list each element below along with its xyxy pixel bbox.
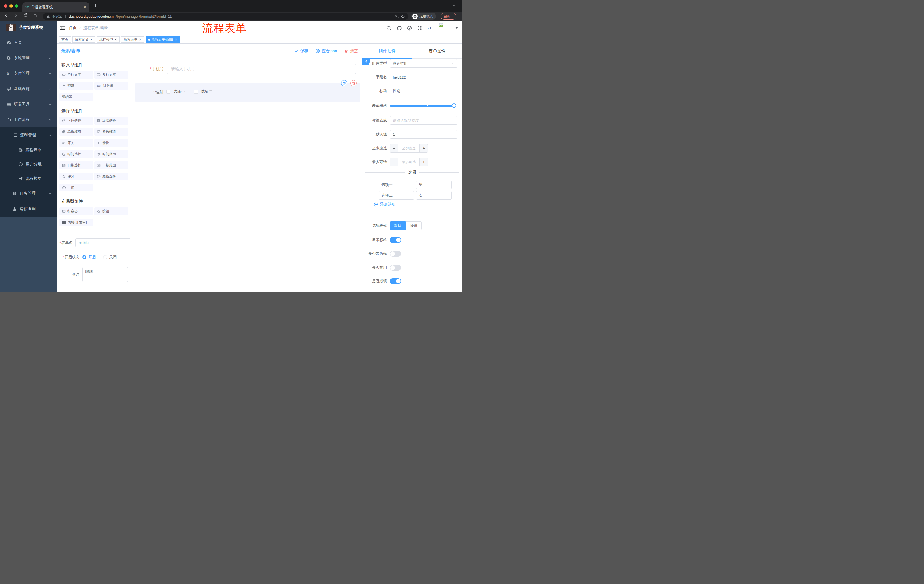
min-select-value[interactable]: 至少应选 xyxy=(398,144,419,152)
update-browser-button[interactable]: 更新 xyxy=(441,13,456,20)
default-value-input[interactable] xyxy=(390,130,457,138)
checkbox-icon[interactable] xyxy=(167,90,170,94)
style-option-按钮[interactable]: 按钮 xyxy=(406,221,422,230)
option-value-input[interactable] xyxy=(416,191,452,200)
sidebar-item-工作流程[interactable]: 工作流程 xyxy=(0,112,57,127)
option-value-input[interactable] xyxy=(416,181,452,189)
sidebar-item-流程管理[interactable]: 流程管理 xyxy=(0,127,57,143)
component-item-密码[interactable]: 密码 xyxy=(59,82,93,90)
component-item-表格[开发中][interactable]: 表格[开发中] xyxy=(59,219,93,226)
minimize-window-button[interactable] xyxy=(10,4,13,8)
sidebar-item-研发工具[interactable]: 研发工具 xyxy=(0,97,57,112)
home-button[interactable] xyxy=(33,13,38,17)
component-item-颜色选择[interactable]: 颜色选择 xyxy=(94,173,128,180)
breadcrumb-home[interactable]: 首页 xyxy=(69,25,77,31)
option-label-input[interactable] xyxy=(378,191,414,200)
sidebar-item-请假查询[interactable]: 请假查询 xyxy=(0,201,57,217)
component-item-单选框组[interactable]: 单选框组 xyxy=(59,128,93,136)
sidebar-item-用户分组[interactable]: 用户分组 xyxy=(0,157,57,171)
collapse-sidebar-icon[interactable] xyxy=(60,26,65,30)
toggle-switch[interactable] xyxy=(390,278,401,284)
tag-流程模型[interactable]: 流程模型 ✕ xyxy=(97,36,119,43)
component-item-多选框组[interactable]: 多选框组 xyxy=(94,128,128,136)
component-item-开关[interactable]: 开关 xyxy=(59,139,93,147)
forward-button[interactable] xyxy=(14,13,18,17)
not-secure-icon[interactable] xyxy=(46,15,50,18)
status-closed-radio[interactable]: 关闭 xyxy=(103,255,117,260)
delete-field-button[interactable] xyxy=(350,80,356,86)
github-icon[interactable] xyxy=(397,26,402,31)
component-item-单行文本[interactable]: 单行文本 xyxy=(59,71,93,79)
phone-field[interactable]: *手机号 xyxy=(130,64,362,74)
increment-button[interactable]: + xyxy=(419,144,428,152)
max-select-value[interactable]: 最多可选 xyxy=(398,158,419,166)
component-item-下拉选择[interactable]: 下拉选择 xyxy=(59,117,93,125)
toggle-switch[interactable] xyxy=(390,265,401,271)
tag-流程定义[interactable]: 流程定义 ✕ xyxy=(72,36,95,43)
form-remark-textarea[interactable]: 嘿嘿 xyxy=(82,267,128,282)
component-item-级联选择[interactable]: 级联选择 xyxy=(94,117,128,125)
back-button[interactable] xyxy=(4,13,8,17)
sidebar-item-支付管理[interactable]: ¥ 支付管理 xyxy=(0,66,57,81)
component-item-时间范围[interactable]: 时间范围 xyxy=(94,150,128,158)
password-manager-icon[interactable] xyxy=(395,15,399,18)
checkbox-icon[interactable] xyxy=(194,90,198,94)
sidebar-item-基础设施[interactable]: 基础设施 xyxy=(0,81,57,97)
tag-close-icon[interactable]: ✕ xyxy=(90,38,92,41)
toggle-switch[interactable] xyxy=(390,237,401,243)
search-icon[interactable] xyxy=(386,26,391,31)
avatar[interactable] xyxy=(438,22,450,34)
decrement-button[interactable]: − xyxy=(390,144,398,152)
browser-tab[interactable]: 芋道管理系统 ✕ xyxy=(22,2,89,12)
component-item-日期范围[interactable]: 日期范围 xyxy=(94,161,128,169)
decrement-button[interactable]: − xyxy=(390,158,398,166)
tab-search-icon[interactable] xyxy=(452,4,456,7)
close-window-button[interactable] xyxy=(4,4,7,8)
view-json-button[interactable]: 查看json xyxy=(316,49,337,54)
component-item-按钮[interactable]: 按钮 xyxy=(94,207,128,215)
tag-流程表单[interactable]: 流程表单 ✕ xyxy=(121,36,144,43)
component-item-行容器[interactable]: 行容器 xyxy=(59,207,93,215)
sidebar-item-首页[interactable]: 首页 xyxy=(0,35,57,50)
sidebar-item-流程模型[interactable]: 流程模型 xyxy=(0,171,57,186)
style-option-默认[interactable]: 默认 xyxy=(390,221,406,230)
component-item-上传[interactable]: 上传 xyxy=(59,184,93,191)
component-item-时间选择[interactable]: 时间选择 xyxy=(59,150,93,158)
add-option-button[interactable]: 添加选项 xyxy=(374,202,395,207)
grid-slider[interactable] xyxy=(390,105,454,107)
clear-button[interactable]: 清空 xyxy=(345,49,358,54)
increment-button[interactable]: + xyxy=(419,158,428,166)
data-binding-tab[interactable] xyxy=(362,58,370,66)
status-open-radio[interactable]: 开启 xyxy=(82,255,96,260)
bookmark-star-icon[interactable] xyxy=(401,15,405,18)
fullscreen-icon[interactable] xyxy=(417,26,422,30)
tag-close-icon[interactable]: ✕ xyxy=(139,38,141,41)
tag-首页[interactable]: 首页 xyxy=(59,36,71,43)
gender-option-2[interactable]: 选项二 xyxy=(194,89,213,94)
field-name-input[interactable] xyxy=(390,73,457,81)
tag-close-icon[interactable]: ✕ xyxy=(114,38,117,41)
reload-button[interactable] xyxy=(23,13,28,17)
component-type-select[interactable]: 多选框组 xyxy=(390,59,457,68)
option-label-input[interactable] xyxy=(378,181,414,189)
browser-menu-icon[interactable] xyxy=(452,15,454,18)
component-item-日期选择[interactable]: 日期选择 xyxy=(59,161,93,169)
gender-option-1[interactable]: 选项一 xyxy=(167,89,185,94)
component-item-计数器[interactable]: 123 计数器 xyxy=(94,82,128,90)
sidebar-item-流程表单[interactable]: 流程表单 xyxy=(0,143,57,157)
component-item-编辑器[interactable]: 编辑器 xyxy=(59,93,93,101)
tag-流程表单-编辑[interactable]: 流程表单-编辑 ✕ xyxy=(145,36,180,43)
label-width-input[interactable] xyxy=(390,116,457,125)
address-bar[interactable]: 不安全 dashboard.yudao.iocoder.cn/bpm/manag… xyxy=(43,13,408,20)
phone-field-input[interactable] xyxy=(167,64,356,74)
component-item-多行文本[interactable]: 多行文本 xyxy=(94,71,128,79)
save-button[interactable]: 保存 xyxy=(294,49,308,54)
maximize-window-button[interactable] xyxy=(15,4,18,8)
sidebar-item-系统管理[interactable]: 系统管理 xyxy=(0,50,57,66)
sidebar-logo[interactable]: 芋道管理系统 xyxy=(0,21,57,35)
user-menu-caret-icon[interactable] xyxy=(455,27,458,29)
copy-field-button[interactable] xyxy=(341,80,347,86)
font-size-icon[interactable]: TT xyxy=(427,26,432,30)
help-icon[interactable] xyxy=(407,26,412,31)
slider-handle[interactable] xyxy=(452,104,456,108)
